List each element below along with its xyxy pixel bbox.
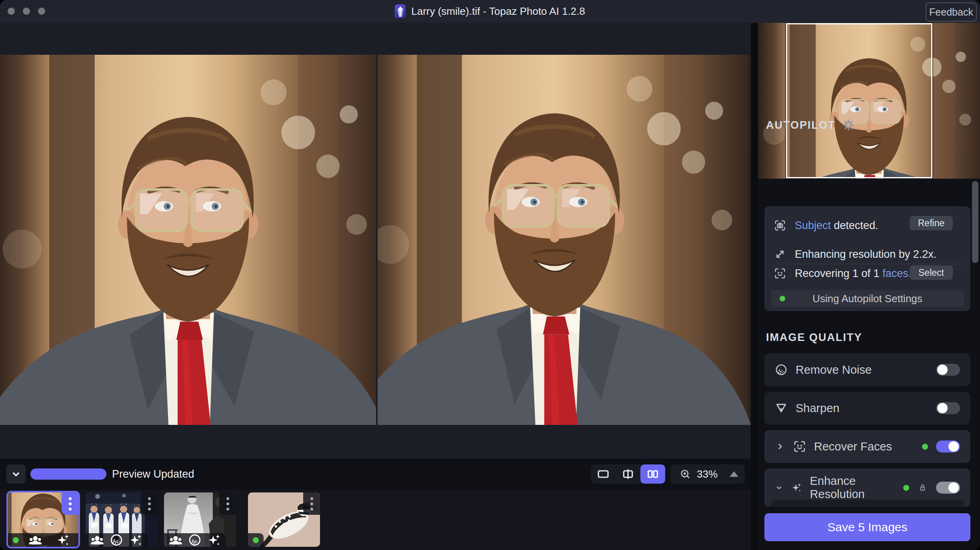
filmstrip-item-bird[interactable] xyxy=(248,492,320,547)
navigator-preview[interactable] xyxy=(758,23,980,179)
single-view-icon xyxy=(597,468,610,480)
collapse-filmstrip-button[interactable] xyxy=(6,464,26,484)
preview-status-text: Preview Updated xyxy=(112,458,194,490)
view-mode-split-button[interactable] xyxy=(616,464,640,484)
noise-badge-icon xyxy=(188,533,202,547)
select-button[interactable]: Select xyxy=(910,265,953,280)
autopilot-card: Subject detected. Refine Enhancing resol… xyxy=(764,206,970,311)
filmstrip-item-portrait-selected[interactable] xyxy=(6,491,80,548)
filter-sharpen[interactable]: Sharpen xyxy=(764,392,970,424)
thumbnail-status-bar xyxy=(248,533,264,547)
filter-label: Enhance Resolution xyxy=(810,474,895,501)
chevron-right-icon[interactable] xyxy=(775,441,785,452)
sparkles-badge-icon xyxy=(129,533,142,547)
recover-faces-toggle[interactable] xyxy=(936,440,960,452)
thumbnail-status-bar xyxy=(8,533,78,547)
chevron-down-icon xyxy=(10,468,22,480)
sidebar-divider xyxy=(751,23,758,550)
chevron-down-icon[interactable] xyxy=(775,482,783,493)
noise-badge-icon xyxy=(110,533,123,547)
thumbnail-menu-button[interactable] xyxy=(62,492,78,515)
filter-label: Sharpen xyxy=(796,402,928,415)
enhance-resolution-toggle[interactable] xyxy=(936,482,960,494)
sidebar: AUTOPILOT Subject detected. Refine Enhan… xyxy=(758,23,980,550)
kebab-menu-icon xyxy=(310,497,313,510)
filter-active-dot xyxy=(903,485,909,491)
autopilot-status-dot xyxy=(13,537,19,543)
subject-link[interactable]: Subject xyxy=(795,219,831,231)
faces-badge-icon xyxy=(169,533,182,547)
divider xyxy=(774,264,961,264)
sidebar-scrollbar[interactable] xyxy=(972,181,978,263)
preview-progress-bar xyxy=(30,468,106,480)
autopilot-header-row: AUTOPILOT xyxy=(766,119,855,132)
faces-badge-icon xyxy=(24,533,46,547)
faces-link[interactable]: faces xyxy=(882,267,908,279)
faces-badge-icon xyxy=(90,533,104,547)
thumbnail-status-bar xyxy=(86,533,147,547)
window-title: Larry (smile).tif - Topaz Photo AI 1.2.8 xyxy=(411,5,585,18)
filter-remove-noise[interactable]: Remove Noise xyxy=(764,353,970,386)
filmstrip-item-choir[interactable] xyxy=(86,492,158,547)
resolution-row-text: Enhancing resolution by 2.2x. xyxy=(795,248,936,261)
autopilot-resolution-row: Enhancing resolution by 2.2x. xyxy=(774,246,962,262)
filter-enhance-resolution[interactable]: Enhance Resolution xyxy=(764,468,970,507)
filter-recover-faces[interactable]: Recover Faces xyxy=(764,430,970,463)
autopilot-header: AUTOPILOT xyxy=(766,119,836,132)
remove-noise-toggle[interactable] xyxy=(936,364,960,376)
sparkles-badge-icon xyxy=(52,533,74,547)
subject-row-text: Subject detected. xyxy=(795,219,878,232)
autopilot-status-dot xyxy=(780,296,785,301)
autopilot-subject-row: Subject detected. Refine xyxy=(774,217,962,233)
navigator-viewport-box[interactable] xyxy=(786,23,932,178)
bottom-toolbar: Preview Updated 33% xyxy=(0,458,751,490)
filter-active-dot xyxy=(922,444,928,450)
sparkles-icon xyxy=(791,481,802,494)
subject-detect-icon xyxy=(774,219,786,231)
thumbnail-menu-button[interactable] xyxy=(141,492,158,515)
preview-after-image[interactable] xyxy=(378,55,751,425)
app-window: Larry (smile).tif - Topaz Photo AI 1.2.8… xyxy=(0,0,980,550)
titlebar: Larry (smile).tif - Topaz Photo AI 1.2.8… xyxy=(0,0,980,23)
autopilot-faces-row: Recovering 1 of 1 faces. Select xyxy=(774,265,962,281)
zoom-control[interactable]: 33% xyxy=(670,464,745,484)
sparkles-badge-icon xyxy=(207,533,221,547)
sharpen-icon xyxy=(775,402,788,414)
feedback-button[interactable]: Feedback xyxy=(926,2,977,22)
filter-label: Remove Noise xyxy=(796,363,928,377)
face-scan-icon xyxy=(793,440,806,453)
enhance-resolution-subpanel xyxy=(771,500,964,507)
save-images-button[interactable]: Save 5 Images xyxy=(764,513,970,541)
face-scan-icon xyxy=(774,267,786,279)
view-mode-single-button[interactable] xyxy=(591,464,616,484)
thumbnail-menu-button[interactable] xyxy=(219,492,236,515)
thumbnail-menu-button[interactable] xyxy=(303,492,320,515)
autopilot-status-banner: Using Autopilot Settings xyxy=(771,290,964,307)
filter-label: Recover Faces xyxy=(814,440,914,453)
faces-row-text: Recovering 1 of 1 faces. xyxy=(795,267,911,280)
window-title-group: Larry (smile).tif - Topaz Photo AI 1.2.8 xyxy=(0,0,980,23)
lock-icon xyxy=(918,482,927,493)
view-mode-side-by-side-button[interactable] xyxy=(640,464,665,484)
filmstrip: DSC01056.ARW xyxy=(0,490,751,550)
refine-button[interactable]: Refine xyxy=(910,216,953,230)
thumbnail-status-bar xyxy=(164,533,226,547)
split-view-icon xyxy=(622,468,634,480)
autopilot-status-text: Using Autopilot Settings xyxy=(812,293,922,305)
preview-before-image[interactable] xyxy=(0,55,376,425)
zoom-level-value: 33% xyxy=(697,468,718,480)
zoom-dropdown-arrow-icon[interactable] xyxy=(730,471,738,477)
gear-icon[interactable] xyxy=(842,119,855,132)
side-by-side-view-icon xyxy=(646,468,659,480)
filmstrip-item-vintage[interactable] xyxy=(164,492,236,547)
zoom-in-icon xyxy=(679,468,691,480)
kebab-menu-icon xyxy=(226,497,229,510)
autopilot-status-dot xyxy=(253,537,259,543)
kebab-menu-icon xyxy=(69,497,72,510)
noise-icon xyxy=(775,363,788,376)
sharpen-toggle[interactable] xyxy=(936,402,960,414)
kebab-menu-icon xyxy=(148,497,151,510)
app-logo-icon xyxy=(395,4,406,18)
view-mode-group xyxy=(591,464,665,484)
image-quality-header: IMAGE QUALITY xyxy=(766,331,862,344)
